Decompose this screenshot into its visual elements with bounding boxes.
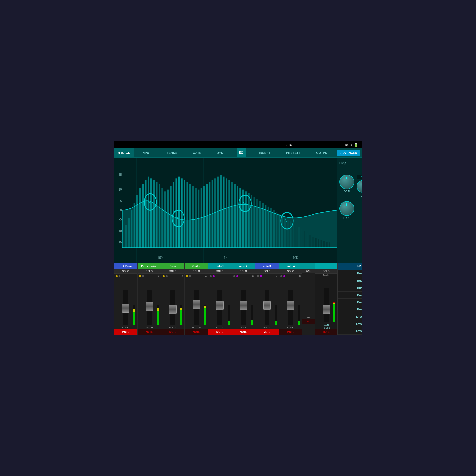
main-mute[interactable]: MUTE [315,329,337,335]
width-knob[interactable] [357,180,362,193]
ch1-solo[interactable]: SOLO [114,269,137,274]
svg-text:15: 15 [119,172,122,177]
ch7-solo[interactable]: SOLO [255,269,279,274]
ch4-label[interactable]: Guitar [185,263,208,269]
ch6-solo[interactable]: SOLO [232,269,255,274]
gain-row: GAIN 2.5 dB [339,175,362,193]
main-label[interactable] [315,263,337,269]
ch2-mute[interactable]: MUTE [138,329,161,335]
sidebar-bus2[interactable]: Bus 2 [338,277,362,284]
ch5-label[interactable]: auto 1 [208,263,232,269]
ch7-db: -0.4 dB [255,326,279,329]
ch1-mute[interactable]: MUTE [114,329,137,335]
tab-insert[interactable]: INSERT [256,148,273,157]
ch1-fader-area [114,279,137,326]
gain-knob[interactable] [339,175,354,189]
ch5-dot [210,275,212,277]
ch2-fader-area [138,279,161,326]
ch2-solo[interactable]: SOLO [138,269,161,274]
ch8-mute[interactable]: MUTE [279,329,302,335]
ch4-solo[interactable]: SOLO [185,269,208,274]
ch3-label[interactable]: Bass [161,263,184,269]
ch5-mute[interactable]: MUTE [208,329,232,335]
freq-label: FREQ [343,217,350,219]
ch5-db: -0.4 dB [208,326,232,329]
ch4-mute[interactable]: MUTE [185,329,208,335]
ch7-fader[interactable] [263,301,271,310]
top-nav: ◀ BACK INPUT SENDS GATE DYN EQ INSERT PR… [114,148,362,158]
ch9-mute[interactable]: MU [302,319,315,324]
freq-knob-group: FREQ [339,201,354,219]
gain-value[interactable]: 2.5 dB [357,175,362,179]
tab-input[interactable]: INPUT [139,148,154,157]
ch3-dot2 [166,275,168,277]
sidebar-effect1[interactable]: Effect 1 [338,313,362,320]
eq-display: ∿ ∿ ∿ ∿ 100 1K 10K 15 10 [114,158,337,263]
ch5-fader[interactable] [216,301,224,310]
ch3-solo[interactable]: SOLO [161,269,184,274]
ch8-label[interactable]: auto 4 [279,263,302,269]
tab-dyn[interactable]: DYN [214,148,226,157]
svg-text:1K: 1K [224,255,227,260]
sidebar-bus5[interactable]: Bus 5 [338,299,362,306]
sidebar-effect3[interactable]: Effect 3 [338,327,362,335]
sidebar-main[interactable]: MAIN [338,263,362,270]
ch7-dot [257,275,259,277]
channel-2: Perc- ussion SOLO 2 [138,263,161,335]
ch8-fader[interactable] [287,301,294,310]
ch9-db: -inf [302,316,315,319]
advanced-button[interactable]: ADVANCED [337,150,360,156]
ch7-label[interactable]: auto 3 [255,263,279,269]
ch3-fader[interactable] [169,305,177,314]
ch4-dot [186,275,188,277]
sidebar-bus3[interactable]: Bus 3 [338,284,362,292]
ch2-fader[interactable] [146,302,153,311]
ch1-label[interactable]: Kick Drum [114,263,137,269]
ch1-fader[interactable] [122,304,129,313]
eq-svg: ∿ ∿ ∿ ∿ 100 1K 10K 15 10 [114,158,337,263]
ch6-num-row: 6 [232,274,255,279]
status-right: 100 % 🔋 [345,143,358,147]
channel-7: auto 3 SOLO 7 [255,263,279,335]
sidebar-bus1[interactable]: Bus 1 [338,270,362,277]
ch8-db: -0.3 dB [279,326,302,329]
tab-presets[interactable]: PRESETS [283,148,303,157]
ch6-fader[interactable] [240,301,247,310]
tab-gate[interactable]: GATE [190,148,204,157]
main-solo[interactable]: SOLO [315,269,337,274]
ch7-mute[interactable]: MUTE [255,329,279,335]
ch9-label[interactable] [302,263,315,269]
svg-text:∿: ∿ [243,200,246,206]
back-button[interactable]: ◀ BACK [114,148,134,157]
ch6-label[interactable]: auto 2 [232,263,255,269]
ch3-num: 3 [169,275,183,278]
svg-text:-10: -10 [118,229,122,233]
back-label: BACK [121,151,130,155]
ch5-solo[interactable]: SOLO [208,269,232,274]
ch4-fader[interactable] [193,300,200,309]
ch8-solo[interactable]: SOLO [279,269,302,274]
ch9-solo[interactable]: SOL [302,269,315,273]
ch7-fader-area [255,279,279,326]
status-bar: 12:16 100 % 🔋 [114,141,362,148]
main-channel: SOLO MAIN MAIN +2.1 dB MUT [315,263,337,335]
sidebar-bus4[interactable]: Bus 4 [338,292,362,299]
sidebar-bus6[interactable]: Bus 6 [338,306,362,313]
freq-knob[interactable] [339,201,354,216]
sidebar-effect2[interactable]: Effect 2 [338,320,362,327]
ch6-dot [233,275,235,277]
gain-knob-group: GAIN [339,175,354,193]
ch3-mute[interactable]: MUTE [161,329,184,335]
ch5-num: 5 [216,275,230,278]
ch1-db: -6.3 dB [114,326,137,329]
tab-eq[interactable]: EQ [237,148,246,157]
channel-8: auto 4 SOLO 8 [279,263,302,335]
tab-sends[interactable]: SENDS [164,148,180,157]
ch1-dot2 [119,275,120,277]
tab-output[interactable]: OUTPUT [314,148,331,157]
status-time: 12:16 [231,143,345,147]
main-fader[interactable] [323,305,330,314]
ch6-mute[interactable]: MUTE [232,329,255,335]
ch2-label[interactable]: Perc- ussion [138,263,161,269]
link-button[interactable]: ⊕ [362,209,362,216]
